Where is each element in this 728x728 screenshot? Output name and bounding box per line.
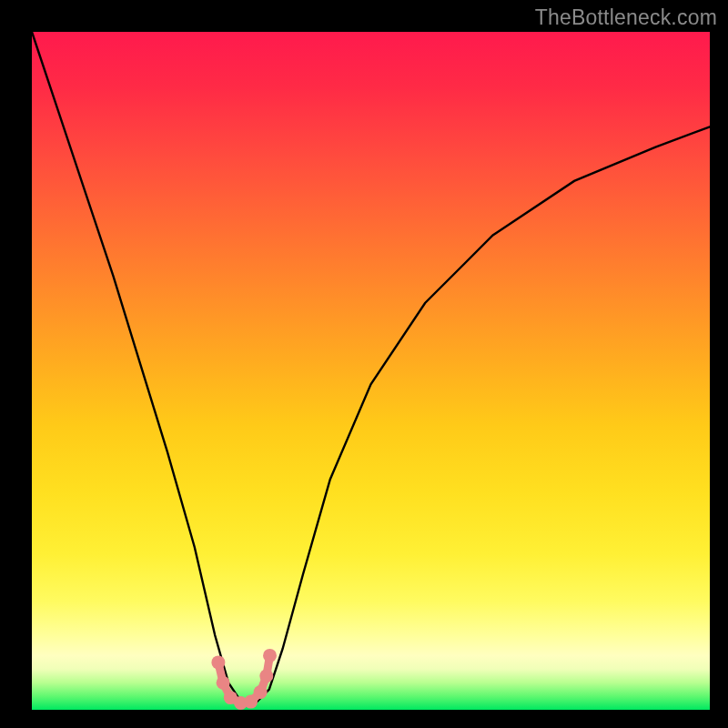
- curve-layer: [32, 32, 710, 710]
- valley-marker-dot: [254, 685, 268, 699]
- plot-area: [32, 32, 710, 710]
- valley-marker-dot: [263, 649, 277, 662]
- valley-marker-dot: [217, 676, 230, 690]
- valley-marker-dot: [211, 655, 225, 669]
- valley-marker-dot: [259, 669, 273, 682]
- bottleneck-curve: [32, 32, 710, 703]
- valley-marker: [211, 649, 277, 710]
- chart-frame: TheBottleneck.com: [0, 0, 728, 728]
- watermark-text: TheBottleneck.com: [535, 5, 717, 30]
